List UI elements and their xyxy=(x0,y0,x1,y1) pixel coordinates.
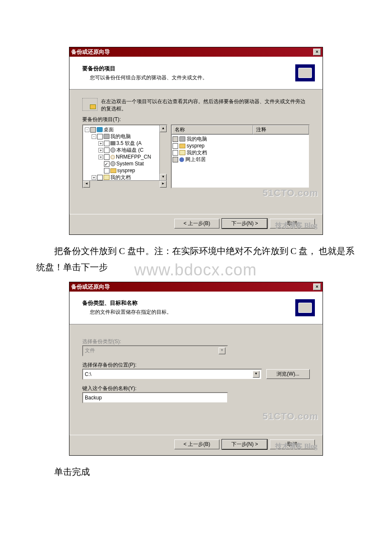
tree-item[interactable]: System Stat xyxy=(84,160,166,167)
label-backup-location: 选择保存备份的位置(P): xyxy=(82,361,310,369)
list-item-label: 网上邻居 xyxy=(185,156,206,163)
combo-backup-location[interactable]: C:\ ▼ xyxy=(82,369,262,380)
tree-item[interactable]: +我的文档 xyxy=(84,174,166,181)
tree-item-label: 我的电脑 xyxy=(110,133,131,140)
watermark-sub: 技术博客 Blog xyxy=(275,221,317,230)
scrollbar-vertical[interactable]: ▲▼ xyxy=(159,125,167,181)
combo-backup-type: 文件 ▼ xyxy=(82,345,228,356)
body-paragraph-2: 单击完成 xyxy=(36,464,356,480)
value-backup-type: 文件 xyxy=(85,347,95,354)
floppy-icon xyxy=(110,141,115,145)
body-paragraph-1: 把备份文件放到 C 盘中。注：在实际环境中绝对不允许放到 C 盘， 也就是系统盘… xyxy=(36,243,356,276)
input-backup-name[interactable]: Backup xyxy=(82,392,228,403)
tree-item[interactable]: sysprep xyxy=(84,167,166,174)
backup-wizard-dialog-items: 备份或还原向导 × 要备份的项目 您可以备份任何组合形式的驱动器、文件夹或文件。… xyxy=(69,47,323,235)
docfolder-icon xyxy=(179,150,185,155)
next-button[interactable]: 下一步(N) > xyxy=(222,219,267,228)
collapse-icon[interactable]: - xyxy=(85,127,89,132)
checkbox[interactable] xyxy=(97,175,103,180)
back-button[interactable]: < 上一步(B) xyxy=(174,439,219,449)
tree-item[interactable]: -我的电脑 xyxy=(84,133,166,140)
close-icon[interactable]: × xyxy=(313,49,321,55)
docfolder-icon xyxy=(104,175,110,180)
checkbox[interactable] xyxy=(90,127,96,133)
cursor-folder-icon xyxy=(82,98,98,111)
expand-icon[interactable]: + xyxy=(92,175,96,180)
label-backup-type: 选择备份类型(S): xyxy=(82,338,310,345)
titlebar: 备份或还原向导 × xyxy=(69,47,323,57)
window-title: 备份或还原向导 xyxy=(71,283,110,291)
wizard-header: 要备份的项目 您可以备份任何组合形式的驱动器、文件夹或文件。 xyxy=(69,57,323,90)
header-subtitle: 您的文件和设置储存在指定的目标。 xyxy=(90,309,172,316)
computer-icon xyxy=(179,136,185,142)
checkbox[interactable] xyxy=(173,143,178,149)
checkbox[interactable] xyxy=(173,136,178,142)
watermark-sub: 技术博客 Blog xyxy=(275,442,317,451)
computer-icon xyxy=(104,134,110,139)
value-backup-location: C:\ xyxy=(85,371,91,377)
tree-item-label: 我的文档 xyxy=(110,174,131,181)
tree-item-label: sysprep xyxy=(117,167,135,174)
disk-icon xyxy=(110,161,115,166)
wizard-footer: < 上一步(B) 下一步(N) > 取消 技术博客 Blog xyxy=(69,214,323,234)
checkbox[interactable] xyxy=(173,157,178,162)
next-button[interactable]: 下一步(N) > xyxy=(222,439,267,449)
backup-icon xyxy=(295,64,315,81)
checkbox[interactable] xyxy=(104,154,110,160)
list-item[interactable]: 网上邻居 xyxy=(173,156,308,163)
collapse-icon[interactable]: - xyxy=(92,134,96,139)
tree-item-label: 本地磁盘 (C xyxy=(116,147,144,153)
tree-item[interactable]: +3.5 软盘 (A xyxy=(84,140,166,147)
backup-wizard-dialog-target: 备份或还原向导 × 备份类型、目标和名称 您的文件和设置储存在指定的目标。 选择… xyxy=(69,282,323,456)
list-item[interactable]: 我的电脑 xyxy=(173,136,308,142)
back-button[interactable]: < 上一步(B) xyxy=(174,219,219,228)
dropdown-icon[interactable]: ▼ xyxy=(253,371,259,378)
col-name[interactable]: 名称 xyxy=(172,125,253,134)
list-item-label: sysprep xyxy=(187,142,205,149)
checkbox[interactable] xyxy=(97,134,103,139)
expand-icon[interactable]: + xyxy=(98,148,103,153)
doc-watermark: www.bdocx.com xyxy=(134,255,257,284)
scrollbar-horizontal[interactable]: ◄► xyxy=(83,180,167,188)
items-label: 要备份的项目(T): xyxy=(82,116,310,123)
list-item[interactable]: sysprep xyxy=(173,142,308,149)
instruction-text: 在左边双击一个项目可以在右边查看其内容。然后选择要备份的驱动器、文件夹或文件旁边… xyxy=(101,98,310,113)
checkbox[interactable] xyxy=(173,150,178,156)
col-comment[interactable]: 注释 xyxy=(253,125,309,134)
checkbox[interactable] xyxy=(104,168,110,173)
header-title: 备份类型、目标和名称 xyxy=(82,299,172,307)
list-item-label: 我的文档 xyxy=(187,149,207,156)
list-pane[interactable]: 名称 注释 我的电脑sysprep我的文档网上邻居 xyxy=(171,124,310,188)
tree-pane[interactable]: -桌面-我的电脑+3.5 软盘 (A+本地磁盘 (C+NRMEFPP_CNSys… xyxy=(82,124,167,188)
checkbox[interactable] xyxy=(104,141,110,146)
list-item-label: 我的电脑 xyxy=(187,136,207,142)
tree-item[interactable]: +本地磁盘 (C xyxy=(84,147,166,153)
window-title: 备份或还原向导 xyxy=(71,48,110,56)
list-item[interactable]: 我的文档 xyxy=(173,149,308,156)
expand-icon[interactable]: + xyxy=(98,155,103,159)
net-icon xyxy=(179,157,184,162)
tree-item-label: NRMEFPP_CN xyxy=(116,153,151,160)
dropdown-icon: ▼ xyxy=(219,347,225,354)
titlebar: 备份或还原向导 × xyxy=(69,282,323,292)
wizard-header: 备份类型、目标和名称 您的文件和设置储存在指定的目标。 xyxy=(69,292,323,324)
backup-icon xyxy=(295,299,315,316)
checkbox[interactable] xyxy=(104,147,110,153)
watermark: 51CTO.com xyxy=(262,411,318,422)
tree-item-label: 3.5 软盘 (A xyxy=(116,140,141,147)
watermark: 51CTO.com xyxy=(262,188,318,199)
tree-item-label: System Stat xyxy=(116,160,144,167)
browse-button[interactable]: 浏览(W)... xyxy=(266,369,310,379)
value-backup-name: Backup xyxy=(85,395,102,401)
folder-icon xyxy=(179,144,185,148)
close-icon[interactable]: × xyxy=(313,283,321,290)
tree-item[interactable]: -桌面 xyxy=(84,126,166,133)
cd-icon xyxy=(110,155,115,159)
label-backup-name: 键入这个备份的名称(Y): xyxy=(82,385,310,392)
tree-item[interactable]: +NRMEFPP_CN xyxy=(84,153,166,160)
checkbox[interactable] xyxy=(104,161,110,167)
header-title: 要备份的项目 xyxy=(82,65,208,72)
disk-icon xyxy=(110,147,115,153)
expand-icon[interactable]: + xyxy=(98,141,103,146)
folder-icon xyxy=(110,168,116,173)
